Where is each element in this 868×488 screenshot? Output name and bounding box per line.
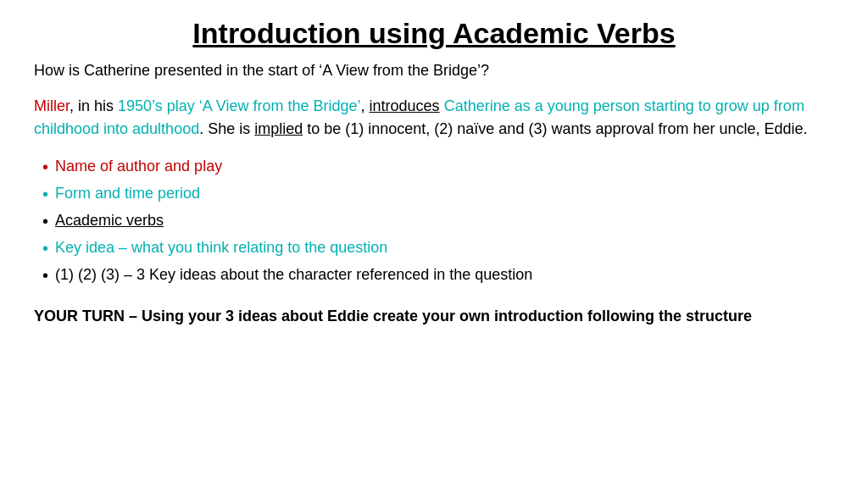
bullet-item-3: Academic verbs — [42, 210, 834, 232]
intro-paragraph: Miller, in his 1950’s play ‘A View from … — [34, 95, 834, 141]
bullet-label-3: Academic verbs — [55, 210, 164, 231]
para-part5: to be (1) innocent, (2) naïve and (3) wa… — [303, 120, 807, 137]
page-title: Introduction using Academic Verbs — [34, 17, 834, 50]
bullet-item-1: Name of author and play — [42, 156, 834, 178]
bullet-label-4: Key idea – what you think relating to th… — [55, 237, 387, 258]
bullet-item-4: Key idea – what you think relating to th… — [42, 237, 834, 259]
bullet-item-5: (1) (2) (3) – 3 Key ideas about the char… — [42, 264, 834, 286]
academic-verb-implied: implied — [254, 120, 303, 137]
time-period: 1950’s play ‘A View from the Bridge’ — [118, 97, 361, 114]
bullet-label-1: Name of author and play — [55, 156, 222, 177]
structure-list: Name of author and play Form and time pe… — [34, 156, 834, 286]
author-name: Miller — [34, 97, 70, 114]
bullet-label-2: Form and time period — [55, 183, 200, 204]
para-part4: . She is — [199, 120, 254, 137]
para-part1: , in his — [70, 97, 118, 114]
question-text: How is Catherine presented in the start … — [34, 62, 834, 80]
your-turn-text: YOUR TURN – Using your 3 ideas about Edd… — [34, 305, 834, 328]
bullet-item-2: Form and time period — [42, 183, 834, 205]
bullet-label-5: (1) (2) (3) – 3 Key ideas about the char… — [55, 264, 532, 286]
academic-verb-introduces: introduces — [370, 97, 440, 114]
para-part2: , — [361, 97, 370, 114]
